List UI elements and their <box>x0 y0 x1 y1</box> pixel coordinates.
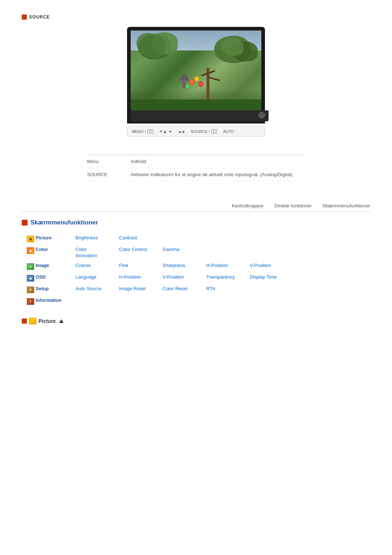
osd-sub1[interactable]: Language <box>75 274 119 280</box>
setup-sub3[interactable]: Color Reset <box>163 286 206 291</box>
menu-table-header-row: Menu Indhold <box>87 155 305 168</box>
color-icon-symbol: ◉ <box>29 249 32 252</box>
control-brightness: ☀▲ ▼ <box>159 129 172 134</box>
osd-main-label[interactable]: OSD <box>36 274 75 280</box>
source-header: SOURCE <box>22 15 370 20</box>
source-icon <box>22 15 27 20</box>
picture-main-label[interactable]: Picture <box>36 235 75 240</box>
setup-icon-symbol: ⚙ <box>29 288 32 292</box>
source-ctrl-icon: ⊡ <box>211 129 217 134</box>
image-icon-cell: ⊞ <box>25 263 36 271</box>
menu-table: Menu Indhold SOURCE Aktiverer indikatore… <box>87 155 305 181</box>
image-sub3[interactable]: Sharpness <box>163 263 206 268</box>
control-source: SOURCE / ⊡ <box>191 129 217 134</box>
picture-icon-symbol: ▦ <box>29 237 32 241</box>
setup-icon-cell: ⚙ <box>25 286 36 294</box>
picture-icon-cell: ▦ <box>25 235 36 243</box>
control-volume: ▲◈ <box>178 129 185 134</box>
color-icon: ◉ <box>27 247 34 254</box>
col-menu-header: Menu <box>87 159 131 164</box>
tab-skaermmenufunktioner[interactable]: Skærmmenufunktioner <box>323 203 371 208</box>
monitor-bottom <box>131 110 269 121</box>
menu-row-setup: ⚙ Setup Auto Source Image Reset Color Re… <box>25 284 370 295</box>
source-label: SOURCE <box>29 15 50 20</box>
monitor-screen <box>131 31 261 110</box>
setup-main-label[interactable]: Setup <box>36 286 75 291</box>
section-header: Skærmmenufunktioner <box>22 219 370 228</box>
setup-icon: ⚙ <box>27 287 34 293</box>
osd-icon-symbol: ▣ <box>29 276 32 280</box>
picture-icon: ▦ <box>27 236 34 242</box>
image-main-label[interactable]: Image <box>36 263 75 268</box>
source-row-content: Aktiverer indikatoren for at angive de a… <box>131 172 305 177</box>
color-sub2[interactable]: Color Control <box>119 247 163 252</box>
info-icon-symbol: i <box>30 299 31 303</box>
osd-icon-cell: ▣ <box>25 274 36 282</box>
image-icon-symbol: ⊞ <box>29 265 32 268</box>
section-title: Skærmmenufunktioner <box>30 219 98 226</box>
monitor-frame <box>127 27 265 123</box>
brightness-arrows: ▼ <box>168 130 172 134</box>
color-sub1[interactable]: ColorInnovation <box>75 247 119 259</box>
source-row-label: SOURCE <box>87 172 131 177</box>
osd-sub3[interactable]: V-Position <box>163 274 206 280</box>
image-sub2[interactable]: Fine <box>119 263 163 268</box>
bottom-link-pic-icon <box>29 318 36 324</box>
monitor-container: MENU / ☰ ☀▲ ▼ ▲◈ SOURCE / ⊡ AUTO <box>22 27 370 137</box>
screen-menu-section: Skærmmenufunktioner ▦ Picture Brightness… <box>22 219 370 307</box>
picture-sub1[interactable]: Brightness <box>75 235 119 240</box>
control-auto: AUTO <box>223 129 234 134</box>
section-icon <box>22 220 28 226</box>
nav-tabs: Kontrolknapper Direkte funktioner Skærmm… <box>22 203 370 212</box>
image-sub4[interactable]: H-Position <box>206 263 250 268</box>
menu-row-image: ⊞ Image Coarse Fine Sharpness H-Position… <box>25 261 370 272</box>
bottom-link-text[interactable]: Picture <box>38 318 56 324</box>
osd-sub2[interactable]: H-Position <box>119 274 163 280</box>
image-icon: ⊞ <box>27 263 34 270</box>
col-content-header: Indhold <box>131 159 305 164</box>
control-menu: MENU / ☰ <box>132 129 153 134</box>
menu-table-source-row: SOURCE Aktiverer indikatoren for at angi… <box>87 168 305 181</box>
setup-sub4[interactable]: RTA <box>206 286 250 291</box>
brightness-icon: ☀▲ <box>159 129 167 134</box>
tab-direkte-funktioner[interactable]: Direkte funktioner <box>275 203 312 208</box>
info-icon-cell: i <box>25 297 36 305</box>
information-main-label[interactable]: Information <box>36 297 75 303</box>
color-sub3[interactable]: Gamma <box>163 247 206 252</box>
auto-label: AUTO <box>223 129 234 134</box>
menu-icon: ☰ <box>147 129 153 134</box>
tab-kontrolknapper[interactable]: Kontrolknapper <box>232 203 264 208</box>
image-sub5[interactable]: V-Position <box>250 263 293 268</box>
menu-row-information: i Information <box>25 296 370 307</box>
image-sub1[interactable]: Coarse <box>75 263 119 268</box>
menu-row-osd: ▣ OSD Language H-Position V-Position Tra… <box>25 273 370 284</box>
setup-sub1[interactable]: Auto Source <box>75 286 119 291</box>
volume-icon: ▲◈ <box>178 129 185 134</box>
triangle-up-icon <box>59 319 64 323</box>
menu-grid: ▦ Picture Brightness Contrast ◉ Color Co… <box>25 234 370 307</box>
osd-sub5[interactable]: Display Time <box>250 274 293 280</box>
control-bar: MENU / ☰ ☀▲ ▼ ▲◈ SOURCE / ⊡ AUTO <box>127 126 265 137</box>
bottom-link-red-icon <box>22 319 27 324</box>
menu-row-color: ◉ Color ColorInnovation Color Control Ga… <box>25 245 370 260</box>
color-main-label[interactable]: Color <box>36 247 75 252</box>
color-icon-cell: ◉ <box>25 247 36 255</box>
menu-row-picture: ▦ Picture Brightness Contrast <box>25 234 370 244</box>
picture-sub2[interactable]: Contrast <box>119 235 163 240</box>
osd-sub4[interactable]: Transparency <box>206 274 250 280</box>
menu-label: MENU / <box>132 129 146 134</box>
setup-sub2[interactable]: Image Reset <box>119 286 163 291</box>
bottom-link: Picture <box>22 318 370 324</box>
source-ctrl-label: SOURCE / <box>191 129 210 134</box>
monitor-power-button[interactable] <box>258 112 265 118</box>
info-icon: i <box>27 298 34 305</box>
osd-icon: ▣ <box>27 275 34 281</box>
